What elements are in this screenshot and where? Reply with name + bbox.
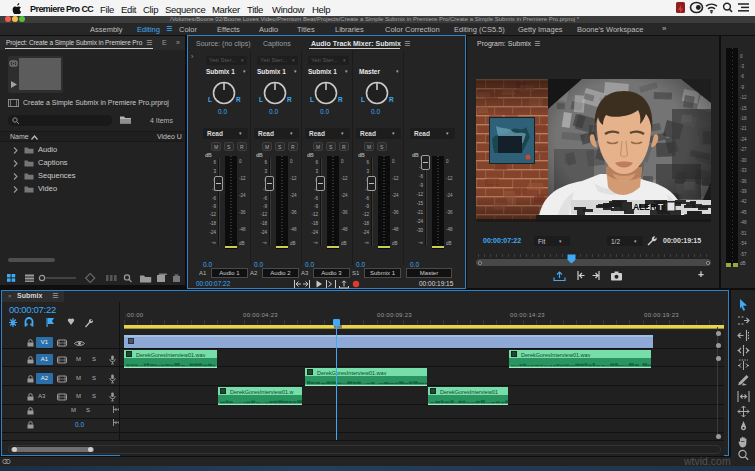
svg-text:T: T	[658, 202, 664, 212]
svg-text:ALER: ALER	[633, 202, 656, 212]
